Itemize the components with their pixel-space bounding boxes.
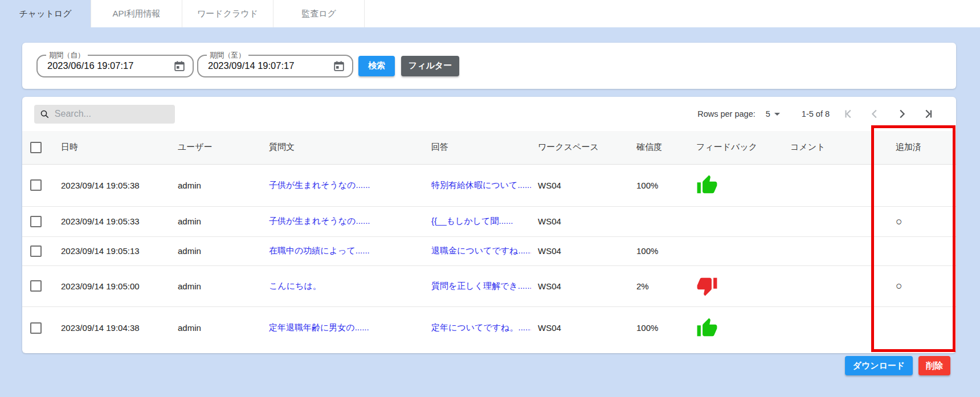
cell-confidence	[630, 206, 689, 236]
filter-card: 期間（自） 2023/06/16 19:07:17 期間（至） 2023/09/…	[22, 43, 956, 89]
rows-per-page-select[interactable]: 5	[766, 109, 780, 118]
cell-user: admin	[171, 206, 262, 236]
first-page-icon	[843, 108, 855, 120]
question-link[interactable]: 定年退職年齢に男女の......	[269, 322, 369, 332]
select-all-checkbox[interactable]	[30, 142, 42, 153]
cell-user: admin	[171, 236, 262, 265]
question-link[interactable]: 子供が生まれそうなの......	[269, 216, 370, 226]
row-checkbox[interactable]	[30, 245, 42, 257]
date-from-field[interactable]: 期間（自） 2023/06/16 19:07:17	[36, 55, 194, 77]
calendar-icon[interactable]	[333, 60, 345, 72]
chevron-down-icon	[774, 113, 780, 116]
cell-added	[889, 164, 956, 206]
row-checkbox[interactable]	[30, 322, 42, 334]
column-header-question: 質問文	[262, 131, 424, 164]
search-icon	[40, 109, 50, 120]
thumbs-up-icon	[696, 174, 718, 196]
table-row: 2023/09/14 19:05:33admin子供が生まれそうなの......…	[22, 206, 956, 236]
column-header-user: ユーザー	[171, 131, 262, 164]
first-page-button[interactable]	[842, 107, 856, 121]
date-to-field[interactable]: 期間（至） 2023/09/14 19:07:17	[197, 55, 353, 77]
cell-confidence: 100%	[630, 236, 689, 265]
tab-chat-log[interactable]: チャットログ	[0, 0, 91, 27]
cell-added: ○	[889, 206, 956, 236]
date-from-value[interactable]: 2023/06/16 19:07:17	[47, 60, 173, 71]
footer-actions: ダウンロード 削除	[845, 356, 950, 375]
chat-log-table: 日時 ユーザー 質問文 回答 ワークスペース 確信度 フィードバック コメント …	[22, 131, 956, 349]
answer-link[interactable]: 質問を正しく理解でき......	[431, 281, 531, 290]
last-page-button[interactable]	[921, 107, 934, 121]
cell-feedback	[689, 236, 783, 265]
answer-link[interactable]: 特別有給休暇について......	[431, 180, 531, 190]
cell-workspace: WS04	[531, 164, 630, 206]
cell-answer: {{__もしかして聞......	[424, 206, 531, 236]
cell-answer: 定年についてですね。......	[424, 306, 531, 349]
cell-question: こんにちは。	[262, 265, 424, 306]
cell-workspace: WS04	[531, 265, 630, 306]
calendar-icon[interactable]	[173, 60, 186, 72]
last-page-icon	[921, 108, 934, 120]
date-to-label: 期間（至）	[207, 51, 248, 60]
cell-added: ○	[889, 265, 956, 306]
cell-answer: 質問を正しく理解でき......	[424, 265, 531, 306]
added-mark: ○	[896, 280, 902, 292]
cell-datetime: 2023/09/14 19:05:13	[54, 236, 171, 265]
cell-datetime: 2023/09/14 19:05:00	[54, 265, 171, 306]
answer-link[interactable]: 退職金についてですね......	[431, 245, 531, 255]
filter-button[interactable]: フィルター	[401, 56, 459, 76]
rows-per-page-value: 5	[766, 109, 770, 118]
cell-comment	[783, 236, 889, 265]
column-header-feedback: フィードバック	[689, 131, 783, 164]
column-header-added: 追加済	[889, 131, 956, 164]
delete-button[interactable]: 削除	[918, 356, 950, 375]
cell-workspace: WS04	[531, 306, 630, 349]
cell-datetime: 2023/09/14 19:05:33	[54, 206, 171, 236]
cell-feedback	[689, 265, 783, 306]
cell-feedback	[689, 306, 783, 349]
chevron-right-icon	[895, 108, 908, 120]
table-row: 2023/09/14 19:05:13admin在職中の功績によって......…	[22, 236, 956, 265]
row-checkbox[interactable]	[30, 216, 42, 227]
thumbs-down-icon	[696, 275, 718, 297]
question-link[interactable]: 在職中の功績によって......	[269, 245, 370, 255]
table-search-input[interactable]	[55, 109, 169, 119]
question-link[interactable]: こんにちは。	[269, 281, 321, 290]
previous-page-button[interactable]	[868, 107, 882, 121]
cell-question: 子供が生まれそうなの......	[262, 206, 424, 236]
column-header-comment: コメント	[783, 131, 889, 164]
search-button[interactable]: 検索	[358, 56, 395, 76]
table-row: 2023/09/14 19:05:38admin子供が生まれそうなの......…	[22, 164, 956, 206]
table-toolbar: Rows per page: 5 1-5 of 8	[22, 97, 956, 131]
cell-comment	[783, 206, 889, 236]
cell-datetime: 2023/09/14 19:04:38	[54, 306, 171, 349]
download-button[interactable]: ダウンロード	[845, 356, 913, 375]
cell-question: 在職中の功績によって......	[262, 236, 424, 265]
table-search-box[interactable]	[34, 105, 175, 124]
row-checkbox[interactable]	[30, 179, 42, 191]
tab-api-usage[interactable]: API利用情報	[91, 0, 182, 27]
tab-word-cloud[interactable]: ワードクラウド	[182, 0, 273, 27]
cell-feedback	[689, 206, 783, 236]
next-page-button[interactable]	[895, 107, 908, 121]
added-mark: ○	[896, 215, 902, 227]
answer-link[interactable]: {{__もしかして聞......	[431, 216, 513, 226]
cell-user: admin	[171, 306, 262, 349]
date-from-label: 期間（自）	[46, 51, 88, 60]
cell-question: 子供が生まれそうなの......	[262, 164, 424, 206]
date-to-value[interactable]: 2023/09/14 19:07:17	[208, 60, 333, 71]
tab-audit-log[interactable]: 監査ログ	[273, 0, 365, 27]
table-row: 2023/09/14 19:05:00adminこんにちは。質問を正しく理解でき…	[22, 265, 956, 306]
column-header-answer: 回答	[424, 131, 531, 164]
cell-comment	[783, 306, 889, 349]
cell-confidence: 100%	[630, 306, 689, 349]
cell-workspace: WS04	[531, 236, 630, 265]
row-checkbox[interactable]	[30, 280, 42, 292]
chevron-left-icon	[869, 108, 881, 120]
pagination: Rows per page: 5 1-5 of 8	[697, 107, 934, 121]
cell-confidence: 100%	[630, 164, 689, 206]
cell-user: admin	[171, 265, 262, 306]
cell-feedback	[689, 164, 783, 206]
question-link[interactable]: 子供が生まれそうなの......	[269, 180, 370, 190]
answer-link[interactable]: 定年についてですね。......	[431, 322, 531, 332]
column-header-datetime: 日時	[54, 131, 171, 164]
